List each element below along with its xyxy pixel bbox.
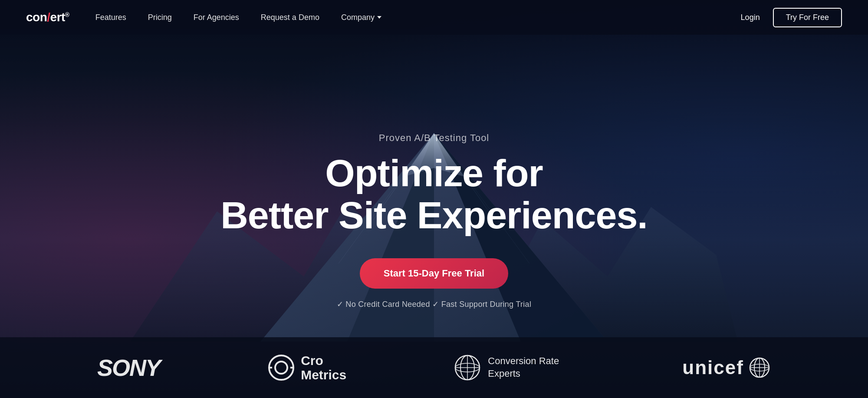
- cre-icon: [454, 354, 481, 381]
- hero-content: Proven A/B Testing Tool Optimize for Bet…: [220, 132, 648, 309]
- nav-item-demo[interactable]: Request a Demo: [261, 13, 319, 22]
- nav-link-demo[interactable]: Request a Demo: [261, 13, 319, 22]
- logo[interactable]: con/ert®: [26, 10, 69, 24]
- navbar: con/ert® Features Pricing For Agencies R…: [0, 0, 868, 35]
- nav-links: Features Pricing For Agencies Request a …: [95, 13, 381, 22]
- nav-item-features[interactable]: Features: [95, 13, 126, 22]
- chevron-down-icon: [377, 16, 381, 19]
- unicef-text: unicef: [682, 357, 744, 378]
- sony-logo: SONY: [97, 354, 160, 381]
- nav-item-pricing[interactable]: Pricing: [148, 13, 172, 22]
- sony-logo-text: SONY: [97, 354, 160, 381]
- hero-subtitle: Proven A/B Testing Tool: [220, 132, 648, 144]
- nav-item-company[interactable]: Company: [341, 13, 381, 22]
- logos-bar: SONY Cro Metrics Conversion Rate Experts…: [0, 337, 868, 398]
- crometrics-text: Cro Metrics: [301, 353, 346, 382]
- cta-trial-button[interactable]: Start 15-Day Free Trial: [360, 258, 508, 289]
- crometrics-logo: Cro Metrics: [268, 353, 346, 382]
- nav-link-pricing[interactable]: Pricing: [148, 13, 172, 22]
- login-link[interactable]: Login: [741, 13, 760, 22]
- nav-link-company[interactable]: Company: [341, 13, 381, 22]
- hero-title: Optimize for Better Site Experiences.: [220, 152, 648, 237]
- nav-link-agencies[interactable]: For Agencies: [194, 13, 239, 22]
- logo-text: con/ert®: [26, 10, 69, 24]
- cre-text: Conversion Rate Experts: [488, 355, 575, 380]
- unicef-logo: unicef: [682, 356, 771, 379]
- cre-logo: Conversion Rate Experts: [454, 354, 575, 381]
- nav-item-agencies[interactable]: For Agencies: [194, 13, 239, 22]
- svg-point-10: [269, 355, 293, 380]
- nav-left: con/ert® Features Pricing For Agencies R…: [26, 10, 381, 24]
- crometrics-icon: [268, 354, 295, 381]
- nav-right: Login Try For Free: [741, 8, 842, 27]
- crometrics-line2: Metrics: [301, 368, 346, 382]
- hero-trust-text: ✓ No Credit Card Needed ✓ Fast Support D…: [220, 299, 648, 309]
- logo-slash: /: [47, 10, 50, 24]
- unicef-globe-icon: [748, 356, 771, 379]
- crometrics-line1: Cro: [301, 353, 346, 368]
- svg-point-11: [275, 362, 287, 374]
- nav-link-features[interactable]: Features: [95, 13, 126, 22]
- try-free-button[interactable]: Try For Free: [773, 8, 842, 27]
